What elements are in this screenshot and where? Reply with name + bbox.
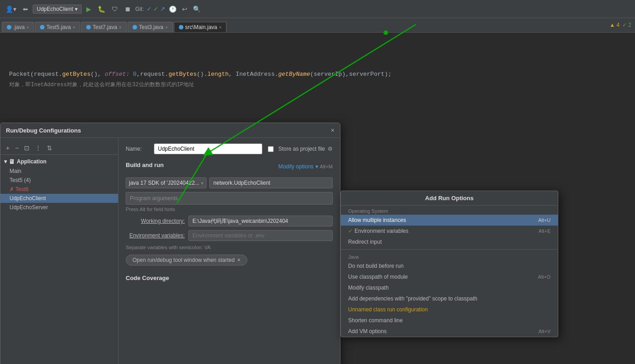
build-run-header: Build and run Modify options ▾ Alt+M [126, 160, 333, 173]
open-tool-label: Open run/debug tool window when started [133, 257, 235, 263]
build-run-label: Build and run [126, 162, 164, 168]
dropdown-item-shorten[interactable]: Shorten command line [341, 315, 558, 326]
dropdown-item-unnamed-class-label: Unnamed class run configuration [348, 306, 428, 313]
field-hint: Press Alt for field hints [126, 207, 333, 212]
name-row: Name: Store as project file ⚙ [126, 143, 333, 154]
sdk-label: java 17 SDK of 'J20240422... [129, 180, 199, 186]
dropdown-shortcut-env-vars: Alt+E [538, 228, 551, 234]
dropdown-item-add-deps-label: Add dependencies with "provided" scope t… [348, 295, 477, 302]
dropdown-item-classpath-label: Use classpath of module [348, 274, 408, 280]
config-main-area: Name: Store as project file ⚙ Build and … [118, 138, 340, 364]
tree-section-application: ▾ 🖥 Application [0, 157, 118, 167]
name-label: Name: [126, 146, 148, 152]
code-coverage-label: Code Coverage [126, 275, 333, 281]
more-config-button[interactable]: ⋮ [33, 143, 43, 152]
dropdown-item-classpath[interactable]: Use classpath of module Alt+O [341, 271, 558, 282]
tree-item-test5-label: Test5 (4) [10, 177, 31, 183]
dropdown-item-redirect-label: Redirect input [348, 239, 382, 245]
dropdown-item-env-vars[interactable]: ✓ Environment variables Alt+E [341, 226, 558, 236]
tree-item-udpechoserver[interactable]: UdpEchoServer [0, 203, 118, 212]
name-input[interactable] [154, 143, 262, 154]
modify-options-shortcut: Alt+M [320, 164, 333, 169]
dropdown-item-no-build-label: Do not build before run [348, 263, 404, 269]
dropdown-item-add-deps[interactable]: Add dependencies with "provided" scope t… [341, 293, 558, 304]
dropdown-item-modify-classpath[interactable]: Modify classpath [341, 282, 558, 293]
add-config-button[interactable]: + [4, 143, 11, 152]
tree-item-main-label: Main [10, 168, 21, 174]
env-vars-row: Environment variables: [126, 230, 333, 241]
application-icon: 🖥 [9, 158, 15, 165]
working-dir-row: Working directory: [126, 216, 333, 226]
tree-expand-icon: ▾ [4, 158, 7, 165]
store-project-checkbox[interactable] [268, 146, 274, 152]
store-gear-icon[interactable]: ⚙ [328, 146, 333, 152]
separate-vars-hint: Separate variables with semicolon: VA [126, 245, 333, 250]
store-project-row: Store as project file ⚙ [268, 146, 333, 152]
dropdown-item-redirect[interactable]: Redirect input [341, 236, 558, 247]
tree-item-test5[interactable]: Test5 (4) [0, 176, 118, 185]
open-tool-close-icon[interactable]: × [237, 257, 241, 263]
tree-item-test6[interactable]: ✗ Test6 [0, 185, 118, 194]
config-tree: ▾ 🖥 Application Main Test5 (4) ✗ Test6 [0, 155, 118, 214]
modify-options-dropdown: Add Run Options Operating System Allow m… [340, 191, 558, 337]
modify-options-button[interactable]: Modify options ▾ Alt+M [278, 163, 333, 170]
dropdown-section-java: Java [341, 251, 558, 261]
run-debug-config-dialog: Run/Debug Configurations × + − ⊡ ⋮ ⇅ ▾ 🖥… [0, 123, 340, 364]
store-label: Store as project file [278, 146, 325, 152]
tree-item-udpechoserver-label: UdpEchoServer [10, 204, 48, 211]
dialog-overlay: Run/Debug Configurations × + − ⊡ ⋮ ⇅ ▾ 🖥… [0, 0, 635, 364]
tree-item-test6-label: ✗ Test6 [10, 186, 29, 192]
dropdown-shortcut-vm-options: Alt+V [538, 329, 551, 334]
dropdown-item-vm-options[interactable]: Add VM options Alt+V [341, 326, 558, 337]
env-vars-input[interactable] [188, 230, 333, 241]
dropdown-item-env-vars-label: Environment variables [354, 228, 409, 234]
dialog-body: + − ⊡ ⋮ ⇅ ▾ 🖥 Application Main [0, 138, 340, 364]
sdk-row: java 17 SDK of 'J20240422... ▾ network.U… [126, 177, 333, 188]
copy-config-button[interactable]: ⊡ [22, 143, 31, 152]
dropdown-divider-1 [341, 249, 558, 250]
dropdown-header: Add Run Options [341, 191, 558, 206]
dialog-close-button[interactable]: × [331, 127, 335, 134]
env-vars-label: Environment variables: [126, 232, 185, 239]
working-dir-input[interactable] [188, 216, 333, 226]
remove-config-button[interactable]: − [13, 143, 20, 152]
dropdown-item-no-build[interactable]: Do not build before run [341, 261, 558, 271]
dropdown-item-modify-classpath-label: Modify classpath [348, 285, 389, 291]
svg-point-2 [384, 30, 388, 35]
tree-item-main[interactable]: Main [0, 167, 118, 176]
dropdown-section-os: Operating System [341, 206, 558, 215]
tree-item-udpechoclient[interactable]: UdpEchoClient [0, 194, 118, 203]
dropdown-item-vm-options-label: Add VM options [348, 328, 387, 334]
dropdown-item-allow-multiple[interactable]: Allow multiple instances Alt+U [341, 215, 558, 226]
open-tool-window-button[interactable]: Open run/debug tool window when started … [126, 255, 247, 266]
dialog-title: Run/Debug Configurations [6, 127, 81, 134]
program-args-field[interactable]: Program arguments [126, 192, 333, 205]
dropdown-shortcut-classpath: Alt+O [538, 274, 551, 280]
dialog-titlebar: Run/Debug Configurations × [0, 123, 340, 138]
modify-options-label: Modify options [278, 163, 313, 170]
working-dir-label: Working directory: [126, 218, 185, 224]
dropdown-check-env-vars: ✓ [348, 228, 353, 234]
dropdown-item-shorten-label: Shorten command line [348, 317, 403, 324]
config-sidebar: + − ⊡ ⋮ ⇅ ▾ 🖥 Application Main [0, 138, 118, 364]
sidebar-toolbar: + − ⊡ ⋮ ⇅ [0, 142, 118, 155]
sdk-arrow-icon: ▾ [201, 181, 203, 186]
modify-options-chevron-icon: ▾ [315, 163, 318, 170]
sdk-selector[interactable]: java 17 SDK of 'J20240422... ▾ [126, 177, 207, 188]
dropdown-item-unnamed-class[interactable]: Unnamed class run configuration [341, 304, 558, 315]
sort-config-button[interactable]: ⇅ [45, 143, 54, 152]
dropdown-item-allow-multiple-label: Allow multiple instances [348, 217, 406, 223]
tree-section-label: Application [17, 158, 46, 165]
tree-item-udpechoclient-label: UdpEchoClient [10, 195, 46, 202]
dropdown-shortcut-allow-multiple: Alt+U [538, 217, 551, 223]
main-class-input[interactable]: network.UdpEchoClient [209, 177, 333, 188]
